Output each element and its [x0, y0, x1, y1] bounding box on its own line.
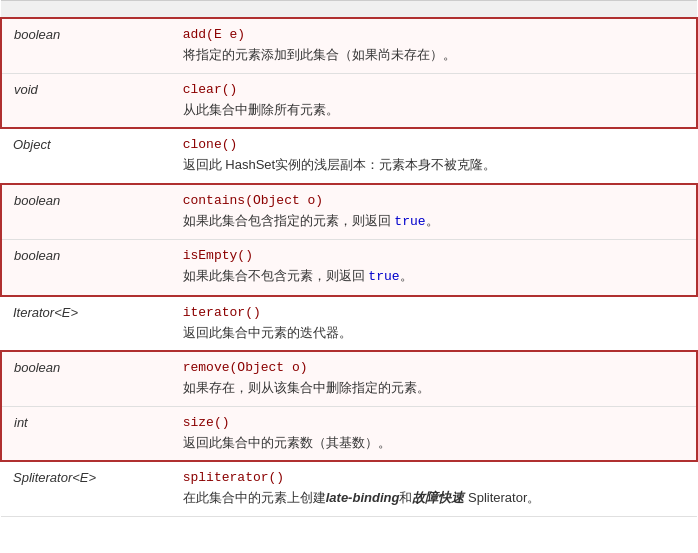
method-cell: clear()从此集合中删除所有元素。 [171, 73, 697, 128]
table-row: Iterator<E>iterator()返回此集合中元素的迭代器。 [1, 296, 697, 352]
method-cell: size()返回此集合中的元素数（其基数）。 [171, 406, 697, 461]
method-signature: isEmpty() [183, 248, 684, 263]
true-keyword: true [394, 214, 425, 229]
method-cell: add(E e)将指定的元素添加到此集合（如果尚未存在）。 [171, 18, 697, 73]
fail-fast-text: 故障快速 [412, 490, 464, 505]
col-modifier-header [1, 1, 171, 19]
method-code: size() [183, 415, 230, 430]
method-code: contains(Object o) [183, 193, 323, 208]
modifier-cell: boolean [1, 351, 171, 406]
method-cell: spliterator()在此集合中的元素上创建late-binding和故障快… [171, 461, 697, 516]
method-code: remove(Object o) [183, 360, 308, 375]
method-cell: contains(Object o)如果此集合包含指定的元素，则返回 true。 [171, 184, 697, 240]
method-description: 返回此 HashSet实例的浅层副本：元素本身不被克隆。 [183, 155, 685, 175]
method-cell: clone()返回此 HashSet实例的浅层副本：元素本身不被克隆。 [171, 128, 697, 184]
method-code: isEmpty() [183, 248, 253, 263]
modifier-cell: void [1, 73, 171, 128]
method-table: booleanadd(E e)将指定的元素添加到此集合（如果尚未存在）。void… [0, 0, 698, 517]
method-code: add(E e) [183, 27, 245, 42]
table-row: Spliterator<E>spliterator()在此集合中的元素上创建la… [1, 461, 697, 516]
method-signature: iterator() [183, 305, 685, 320]
method-code: clone() [183, 137, 238, 152]
method-code: spliterator() [183, 470, 284, 485]
method-description: 将指定的元素添加到此集合（如果尚未存在）。 [183, 45, 684, 65]
method-signature: size() [183, 415, 684, 430]
table-row: booleancontains(Object o)如果此集合包含指定的元素，则返… [1, 184, 697, 240]
method-cell: remove(Object o)如果存在，则从该集合中删除指定的元素。 [171, 351, 697, 406]
modifier-cell: Iterator<E> [1, 296, 171, 352]
table-row: booleanisEmpty()如果此集合不包含元素，则返回 true。 [1, 240, 697, 296]
method-signature: remove(Object o) [183, 360, 684, 375]
table-row: booleanadd(E e)将指定的元素添加到此集合（如果尚未存在）。 [1, 18, 697, 73]
method-signature: spliterator() [183, 470, 685, 485]
modifier-cell: boolean [1, 240, 171, 296]
table-row: voidclear()从此集合中删除所有元素。 [1, 73, 697, 128]
method-code: iterator() [183, 305, 261, 320]
method-signature: clear() [183, 82, 684, 97]
method-description: 如果此集合不包含元素，则返回 true。 [183, 266, 684, 287]
modifier-cell: Object [1, 128, 171, 184]
method-code: clear() [183, 82, 238, 97]
method-description: 返回此集合中的元素数（其基数）。 [183, 433, 684, 453]
method-description: 从此集合中删除所有元素。 [183, 100, 684, 120]
method-signature: add(E e) [183, 27, 684, 42]
modifier-cell: int [1, 406, 171, 461]
table-row: Objectclone()返回此 HashSet实例的浅层副本：元素本身不被克隆… [1, 128, 697, 184]
method-signature: contains(Object o) [183, 193, 684, 208]
true-keyword: true [368, 269, 399, 284]
table-row: booleanremove(Object o)如果存在，则从该集合中删除指定的元… [1, 351, 697, 406]
modifier-cell: boolean [1, 18, 171, 73]
col-method-header [171, 1, 697, 19]
method-signature: clone() [183, 137, 685, 152]
method-cell: iterator()返回此集合中元素的迭代器。 [171, 296, 697, 352]
method-cell: isEmpty()如果此集合不包含元素，则返回 true。 [171, 240, 697, 296]
method-description: 如果存在，则从该集合中删除指定的元素。 [183, 378, 684, 398]
late-binding-text: late-binding [326, 490, 400, 505]
table-row: intsize()返回此集合中的元素数（其基数）。 [1, 406, 697, 461]
modifier-cell: boolean [1, 184, 171, 240]
method-description: 如果此集合包含指定的元素，则返回 true。 [183, 211, 684, 232]
method-description: 在此集合中的元素上创建late-binding和故障快速 Spliterator… [183, 488, 685, 508]
method-description: 返回此集合中元素的迭代器。 [183, 323, 685, 343]
modifier-cell: Spliterator<E> [1, 461, 171, 516]
